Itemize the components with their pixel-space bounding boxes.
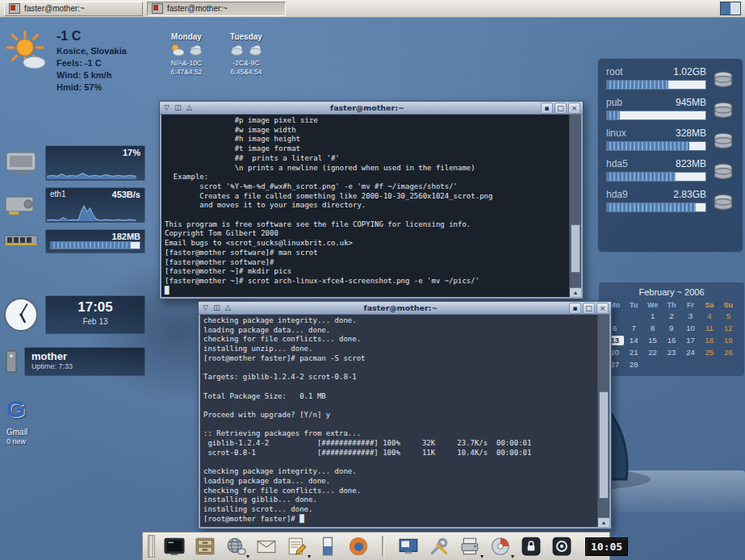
network-card-icon (3, 187, 40, 223)
media-launcher[interactable]: ▾ (488, 535, 512, 558)
scrollbar-thumb[interactable] (599, 391, 609, 499)
window-titlebar[interactable]: ▽ ◫ △ faster@mother:~ ▪ □ × (199, 302, 611, 315)
hard-disk-icon (712, 162, 735, 182)
workspace-switcher[interactable] (720, 2, 741, 15)
globe-launcher[interactable]: ▾ (224, 535, 247, 558)
memory-panel: 182MB (45, 229, 145, 253)
minimize-button[interactable]: ▪ (569, 303, 581, 314)
window-shade-icon[interactable]: △ (185, 102, 194, 113)
terminal-output[interactable]: checking package integrity... done.loadi… (200, 315, 598, 527)
files-launcher[interactable] (193, 535, 216, 558)
taskbar-window-button-2[interactable]: faster@mother:~ (147, 2, 286, 16)
gmail-unread-count: 0 new (6, 437, 27, 445)
desktop-launcher[interactable] (396, 535, 420, 558)
minimize-button[interactable]: ▪ (541, 102, 553, 114)
calendar-day[interactable]: 4 (700, 311, 718, 321)
window-stick-icon[interactable]: ◫ (212, 303, 221, 313)
calendar-day[interactable]: 14 (624, 336, 642, 345)
window-titlebar[interactable]: ▽ ◫ △ faster@mother:~ ▪ □ × (160, 102, 583, 115)
taskbar-window-button-1[interactable]: faster@mother:~ (4, 2, 143, 16)
maximize-button[interactable]: □ (555, 102, 567, 114)
camera-launcher[interactable] (550, 535, 573, 558)
window-menu-icon[interactable]: ▽ (201, 303, 210, 313)
terminal-output[interactable]: #p image pixel size #w image width #h im… (161, 115, 570, 297)
calendar-day[interactable]: 22 (643, 348, 662, 357)
terminal-line: #t image format (165, 144, 567, 154)
dropdown-arrow-icon[interactable]: ▾ (511, 553, 514, 560)
clock-widget: 17:05 Feb 13 (3, 295, 145, 334)
calendar-day[interactable]: 10 (681, 324, 700, 333)
workspace-1[interactable] (721, 2, 730, 15)
terminal-line: #h image height (165, 135, 567, 144)
pager-launcher[interactable] (316, 535, 339, 558)
clock-date: Feb 13 (46, 317, 144, 326)
calendar-day[interactable]: 19 (719, 336, 738, 345)
dropdown-arrow-icon[interactable]: ▾ (480, 553, 483, 560)
firefox-launcher[interactable] (346, 535, 370, 558)
close-button[interactable]: × (596, 303, 609, 314)
printer-launcher[interactable]: ▾ (458, 535, 481, 558)
hard-disk-icon (712, 70, 735, 90)
editor-launcher[interactable]: ▾ (285, 535, 308, 558)
scroll-up-icon[interactable]: ▲ (598, 517, 609, 527)
disk-name: pub (606, 97, 622, 108)
calendar-day[interactable]: 26 (719, 348, 738, 357)
calendar-day[interactable]: 16 (662, 336, 680, 345)
close-button[interactable]: × (568, 102, 580, 114)
terminal-line: and moves it to your images directory. (165, 201, 567, 211)
terminal-line: checking for file conflicts... done. (203, 335, 595, 345)
terminal-scrollbar[interactable]: ▲ (597, 315, 609, 527)
calendar-day[interactable]: 25 (700, 348, 718, 357)
tools-launcher[interactable] (427, 535, 450, 558)
terminal-line: #w image width (165, 126, 567, 136)
terminal-line (203, 420, 595, 430)
calendar-day[interactable]: 9 (662, 324, 680, 333)
gmail-icon[interactable]: G (6, 395, 27, 423)
cpu-panel: 17% (45, 145, 145, 181)
calendar-day[interactable]: 17 (681, 336, 700, 345)
terminal-scrollbar[interactable]: ▲ (569, 115, 581, 297)
calendar-day[interactable]: 24 (681, 348, 700, 357)
workspace-2[interactable] (730, 2, 740, 15)
terminal-line: checking for file conflicts... done. (203, 487, 595, 496)
terminal-window-1[interactable]: ▽ ◫ △ faster@mother:~ ▪ □ × #p image pix… (159, 101, 584, 299)
host-panel: mother Uptime: 7:33 (24, 347, 145, 376)
mail-launcher[interactable] (254, 535, 278, 558)
gmail-label: Gmail (6, 428, 27, 437)
current-temperature: -1 C (57, 29, 127, 44)
calendar-day[interactable]: 15 (643, 336, 662, 345)
calendar-day[interactable]: 2 (662, 311, 680, 321)
disk-usage-bar (606, 172, 706, 182)
memory-value: 182MB (112, 232, 140, 241)
panel-handle[interactable] (148, 535, 155, 558)
calendar-day[interactable]: 3 (681, 311, 700, 321)
calendar-day[interactable]: 11 (700, 324, 718, 333)
calendar-day[interactable]: 23 (662, 348, 680, 357)
scroll-up-icon[interactable]: ▲ (570, 287, 581, 297)
calendar-day[interactable]: 28 (624, 360, 642, 370)
calendar-day[interactable]: 18 (700, 336, 718, 345)
calendar-day[interactable]: 21 (624, 348, 642, 357)
calendar-day[interactable]: 12 (719, 324, 738, 333)
disk-name: hda5 (606, 158, 628, 169)
terminal-window-2[interactable]: ▽ ◫ △ faster@mother:~ ▪ □ × checking pac… (198, 301, 612, 529)
gmail-widget[interactable]: G Gmail 0 new (6, 395, 27, 445)
terminal-line: Example: (165, 173, 567, 182)
calendar-day[interactable]: 1 (643, 311, 662, 321)
disk-name: hda9 (606, 189, 628, 200)
editor-icon (287, 536, 308, 557)
terminal-line: Copyright Tom Gilbert 2000 (165, 229, 567, 239)
calendar-day[interactable]: 7 (624, 324, 642, 333)
window-stick-icon[interactable]: ◫ (174, 102, 182, 113)
terminal-launcher[interactable] (162, 535, 186, 558)
window-shade-icon[interactable]: △ (224, 303, 232, 313)
calendar-day[interactable]: 8 (643, 324, 662, 333)
dropdown-arrow-icon[interactable]: ▾ (308, 553, 311, 560)
calendar-day[interactable]: 5 (719, 311, 738, 321)
scrollbar-thumb[interactable] (571, 224, 580, 274)
window-menu-icon[interactable]: ▽ (162, 102, 171, 113)
sun-cloud-icon (5, 29, 48, 73)
maximize-button[interactable]: □ (583, 303, 595, 314)
dropdown-arrow-icon[interactable]: ▾ (246, 553, 249, 560)
lock-launcher[interactable] (519, 535, 542, 558)
